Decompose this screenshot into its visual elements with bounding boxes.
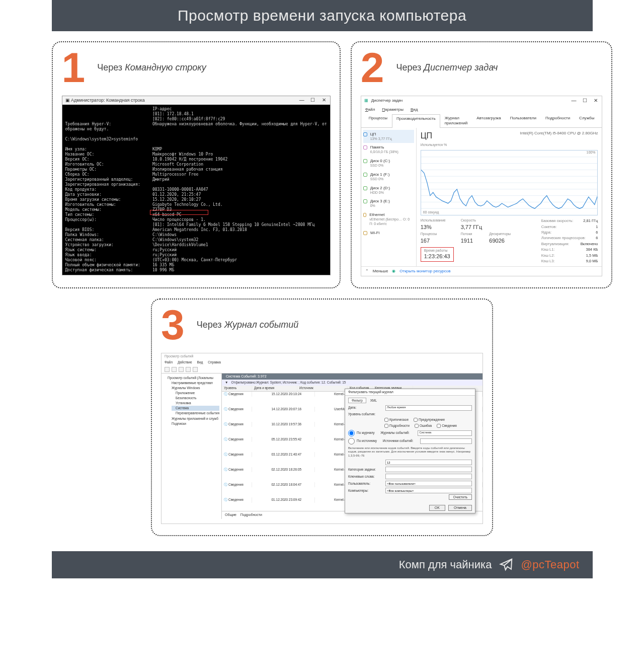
check-verbose[interactable]: Подробности bbox=[384, 424, 410, 428]
radio-by-log[interactable] bbox=[348, 430, 355, 436]
toolbar-icon[interactable] bbox=[186, 367, 191, 372]
cpu-model: Intel(R) Core(TM) i5-8400 CPU @ 2.80GHz bbox=[520, 131, 598, 136]
toolbar-icon[interactable] bbox=[172, 367, 177, 372]
card-title-2: Через Диспетчер задач bbox=[396, 62, 498, 73]
menu-view[interactable]: Вид bbox=[411, 107, 418, 112]
tab-details[interactable]: Подробности bbox=[541, 114, 575, 127]
footer-brand: Комп для чайника bbox=[399, 558, 492, 571]
sidebar-ethernet[interactable]: EthernetvEthernet (Беспро… О: 0 П: 0 кби… bbox=[363, 210, 414, 229]
card-title-1: Через Командную строку bbox=[97, 62, 206, 73]
stat-usage: 13% bbox=[421, 224, 454, 231]
maximize-button[interactable]: ☐ bbox=[310, 97, 316, 104]
dialog-tab-xml[interactable]: XML bbox=[367, 398, 380, 403]
tab-processes[interactable]: Процессы bbox=[364, 114, 392, 127]
tree-root[interactable]: Просмотр событий (Локальны bbox=[164, 376, 219, 381]
tree-subscriptions[interactable]: Подписки bbox=[168, 421, 219, 426]
filter-icon: ▼ bbox=[225, 381, 228, 385]
check-info[interactable]: Сведения bbox=[437, 424, 457, 428]
cancel-button[interactable]: Отмена bbox=[448, 505, 472, 511]
dialog-tab-filter[interactable]: Фильтр bbox=[348, 398, 366, 403]
sidebar-memory[interactable]: Память6,0/16,0 ГБ (38%) bbox=[363, 143, 414, 157]
taskmanager-icon: ▦ bbox=[364, 98, 368, 103]
tab-details[interactable]: Подробности bbox=[240, 513, 262, 516]
toolbar-icon[interactable] bbox=[179, 367, 184, 372]
cmd-window: ▣ Администратор: Командная строка — ☐ ✕ … bbox=[62, 96, 331, 275]
tree-system[interactable]: Система bbox=[172, 406, 219, 411]
stat-uptime-box: Время работы 1:23:26:43 bbox=[421, 247, 454, 262]
source-select[interactable] bbox=[420, 438, 472, 444]
user-input[interactable] bbox=[385, 481, 472, 486]
check-error[interactable]: Ошибка bbox=[415, 424, 432, 428]
ev-window-title: Просмотр событий bbox=[162, 353, 482, 359]
perf-sidebar[interactable]: ЦП13% 3,77 ГГц Память6,0/16,0 ГБ (38%) Д… bbox=[361, 128, 417, 267]
cmd-icon: ▣ bbox=[65, 98, 70, 103]
stat-handles: 69026 bbox=[489, 238, 511, 245]
ev-tree[interactable]: Просмотр событий (Локальны Настраиваемые… bbox=[162, 374, 222, 519]
ev-menubar[interactable]: Файл Действие Вид Справка bbox=[162, 359, 482, 365]
tree-security[interactable]: Безопасность bbox=[172, 396, 219, 401]
close-button[interactable]: ✕ bbox=[321, 97, 327, 104]
tree-custom-views[interactable]: Настраиваемые представл bbox=[168, 381, 219, 386]
tab-performance[interactable]: Производительность bbox=[392, 114, 440, 128]
date-select[interactable]: Любое время bbox=[385, 405, 472, 411]
minimize-button[interactable]: — bbox=[299, 97, 305, 104]
tab-users[interactable]: Пользователи bbox=[506, 114, 541, 127]
menu-options[interactable]: Параметры bbox=[382, 107, 404, 112]
card-title-3: Через Журнал событий bbox=[197, 320, 298, 330]
stat-processes: 167 bbox=[421, 238, 454, 245]
toolbar-icon[interactable] bbox=[165, 367, 170, 372]
open-resource-monitor-link[interactable]: Открыть монитор ресурсов bbox=[399, 269, 450, 274]
tab-apphistory[interactable]: Журнал приложений bbox=[440, 114, 472, 127]
fewer-details-link[interactable]: Меньше bbox=[373, 269, 388, 274]
event-id-input[interactable] bbox=[385, 460, 472, 465]
log-select[interactable]: Система bbox=[418, 430, 472, 436]
ev-main-header: Система Событий: 3.972 bbox=[222, 374, 482, 380]
page-title: Просмотр времени запуска компьютера bbox=[52, 0, 593, 31]
tab-services[interactable]: Службы bbox=[575, 114, 599, 127]
cmd-window-title: Администратор: Командная строка bbox=[71, 98, 145, 103]
sidebar-disk3[interactable]: Диск 3 (E:)0% bbox=[363, 197, 414, 210]
taskmanager-menubar[interactable]: Файл Параметры Вид bbox=[361, 106, 602, 114]
ev-menu-action[interactable]: Действие bbox=[178, 360, 192, 364]
menu-file[interactable]: Файл bbox=[365, 107, 375, 112]
close-button[interactable]: ✕ bbox=[593, 98, 599, 104]
cpu-chart: 100% 60 секунд bbox=[421, 150, 598, 215]
tree-forwarded[interactable]: Перенаправленные события bbox=[172, 411, 219, 416]
stat-threads: 1911 bbox=[461, 238, 482, 245]
keywords-select[interactable] bbox=[385, 474, 472, 479]
taskmanager-tabs[interactable]: Процессы Производительность Журнал прило… bbox=[361, 114, 602, 128]
clear-button[interactable]: Очистить bbox=[449, 494, 472, 500]
footer-handle[interactable]: @pcTeapot bbox=[521, 558, 579, 571]
tree-setup[interactable]: Установка bbox=[172, 401, 219, 406]
sidebar-disk1[interactable]: Диск 1 (F:)SSD 0% bbox=[363, 170, 414, 184]
ev-menu-help[interactable]: Справка bbox=[208, 360, 221, 364]
ev-menu-view[interactable]: Вид bbox=[197, 360, 203, 364]
sidebar-wifi[interactable]: Wi-Fi bbox=[363, 229, 414, 238]
card-cmd: 1 Через Командную строку ▣ Администратор… bbox=[52, 41, 341, 288]
tree-windows-logs[interactable]: Журналы Windows bbox=[168, 386, 219, 391]
category-select[interactable] bbox=[385, 467, 472, 472]
ok-button[interactable]: OK bbox=[429, 505, 445, 511]
sidebar-disk0[interactable]: Диск 0 (C:)SSD 0% bbox=[363, 157, 414, 170]
dialog-note: Включение или исключение кодов событий. … bbox=[348, 446, 472, 458]
tree-app[interactable]: Приложение bbox=[172, 391, 219, 396]
tree-app-services[interactable]: Журналы приложений и служб bbox=[168, 416, 219, 421]
card-taskmanager: 2 Через Диспетчер задач ▦ Диспетчер зада… bbox=[351, 41, 613, 288]
cmd-output: IP-адрес [01]: 172.18.48.1 [02]: fe80::c… bbox=[62, 105, 330, 275]
resource-monitor-icon[interactable]: ◉ bbox=[392, 269, 395, 274]
minimize-button[interactable]: — bbox=[571, 98, 577, 104]
maximize-button[interactable]: ☐ bbox=[582, 98, 588, 104]
fewer-details-icon[interactable]: ⌃ bbox=[365, 269, 369, 274]
sidebar-disk2[interactable]: Диск 2 (D:)HDD 0% bbox=[363, 184, 414, 197]
check-critical[interactable]: Критическое bbox=[384, 418, 409, 422]
sidebar-cpu[interactable]: ЦП13% 3,77 ГГц bbox=[363, 130, 414, 143]
ev-menu-file[interactable]: Файл bbox=[165, 360, 173, 364]
radio-by-source[interactable] bbox=[348, 438, 355, 444]
computers-input[interactable] bbox=[385, 488, 472, 493]
check-warning[interactable]: Предупреждение bbox=[414, 418, 445, 422]
tab-general[interactable]: Общие bbox=[225, 513, 236, 516]
toolbar-icon[interactable] bbox=[193, 367, 198, 372]
ev-toolbar[interactable] bbox=[162, 366, 482, 373]
tab-startup[interactable]: Автозагрузка bbox=[472, 114, 506, 127]
telegram-icon bbox=[499, 557, 514, 572]
